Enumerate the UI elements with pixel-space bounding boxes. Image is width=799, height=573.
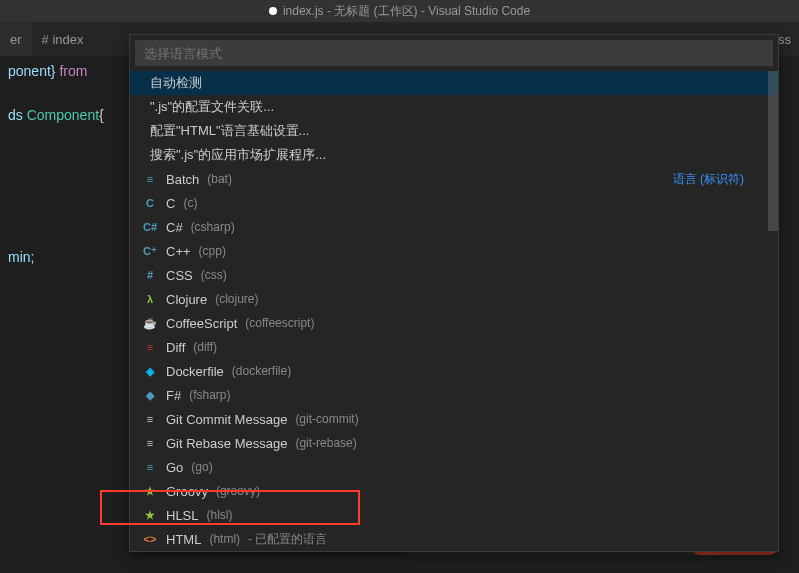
language-detail: (diff) [193,340,217,354]
language-icon: <> [142,531,158,547]
language-option[interactable]: ★Groovy(groovy) [130,479,778,503]
language-picker: 自动检测".js"的配置文件关联...配置"HTML"语言基础设置...搜索".… [129,34,779,552]
language-option[interactable]: <>HTML(html) - 已配置的语言 [130,527,778,551]
language-option[interactable]: 自动检测 [130,71,778,95]
language-detail: (git-commit) [295,412,358,426]
language-icon: ★ [142,507,158,523]
language-option[interactable]: C⁺C++(cpp) [130,239,778,263]
language-label: Go [166,460,183,475]
language-icon: ≡ [142,459,158,475]
language-detail: (c) [183,196,197,210]
language-label: C# [166,220,183,235]
language-icon: ◈ [142,363,158,379]
language-icon: ☕ [142,315,158,331]
language-option[interactable]: C#C#(csharp) [130,215,778,239]
language-detail: (groovy) [216,484,260,498]
language-detail: (fsharp) [189,388,230,402]
language-option[interactable]: ".js"的配置文件关联... [130,95,778,119]
language-detail: (go) [191,460,212,474]
language-label: Batch [166,172,199,187]
scrollbar-thumb[interactable] [768,71,778,231]
title-bar: index.js - 无标题 (工作区) - Visual Studio Cod… [0,0,799,22]
language-detail: (csharp) [191,220,235,234]
language-detail: (cpp) [199,244,226,258]
language-icon: ★ [142,483,158,499]
picker-header-link[interactable]: 语言 (标识符) [669,169,748,190]
language-detail: (css) [201,268,227,282]
language-label: HTML [166,532,201,547]
language-label: F# [166,388,181,403]
language-option[interactable]: 配置"HTML"语言基础设置... [130,119,778,143]
language-option[interactable]: 搜索".js"的应用市场扩展程序... [130,143,778,167]
language-label: HLSL [166,508,199,523]
language-icon: ≡ [142,171,158,187]
language-label: C [166,196,175,211]
language-label: Dockerfile [166,364,224,379]
language-detail: (dockerfile) [232,364,291,378]
language-icon: C [142,195,158,211]
language-label: Git Commit Message [166,412,287,427]
language-icon: C⁺ [142,243,158,259]
language-detail: (clojure) [215,292,258,306]
window-title: index.js - 无标题 (工作区) - Visual Studio Cod… [283,3,530,20]
language-icon: λ [142,291,158,307]
language-label: 搜索".js"的应用市场扩展程序... [150,146,326,164]
language-option[interactable]: ≡Go(go) [130,455,778,479]
language-option[interactable]: ◈Dockerfile(dockerfile) [130,359,778,383]
language-label: CSS [166,268,193,283]
language-detail: (bat) [207,172,232,186]
language-option[interactable]: ≡Git Commit Message(git-commit) [130,407,778,431]
language-icon: ≡ [142,435,158,451]
language-icon: ≡ [142,411,158,427]
language-icon: ≡ [142,339,158,355]
scrollbar[interactable] [768,71,778,551]
language-icon: ◆ [142,387,158,403]
language-label: CoffeeScript [166,316,237,331]
language-picker-list: 自动检测".js"的配置文件关联...配置"HTML"语言基础设置...搜索".… [130,71,778,551]
language-label: Groovy [166,484,208,499]
language-label: Git Rebase Message [166,436,287,451]
language-extra: - 已配置的语言 [248,531,327,548]
language-label: Diff [166,340,185,355]
language-icon: C# [142,219,158,235]
language-label: 配置"HTML"语言基础设置... [150,122,309,140]
language-detail: (coffeescript) [245,316,314,330]
language-option[interactable]: λClojure(clojure) [130,287,778,311]
language-option[interactable]: ☕CoffeeScript(coffeescript) [130,311,778,335]
language-option[interactable]: #CSS(css) [130,263,778,287]
language-detail: (html) [209,532,240,546]
language-detail: (git-rebase) [295,436,356,450]
language-label: ".js"的配置文件关联... [150,98,274,116]
tab-partial-left[interactable]: er [0,22,32,56]
language-option[interactable]: ★HLSL(hlsl) [130,503,778,527]
language-detail: (hlsl) [207,508,233,522]
language-picker-input[interactable] [135,40,773,66]
language-icon: # [142,267,158,283]
language-option[interactable]: ◆F#(fsharp) [130,383,778,407]
language-option[interactable]: CC(c) [130,191,778,215]
language-option[interactable]: ≡Diff(diff) [130,335,778,359]
modified-indicator-icon [269,7,277,15]
language-option[interactable]: ≡Git Rebase Message(git-rebase) [130,431,778,455]
tab-open-file[interactable]: # index [32,22,94,56]
language-label: Clojure [166,292,207,307]
language-label: 自动检测 [150,74,202,92]
language-label: C++ [166,244,191,259]
